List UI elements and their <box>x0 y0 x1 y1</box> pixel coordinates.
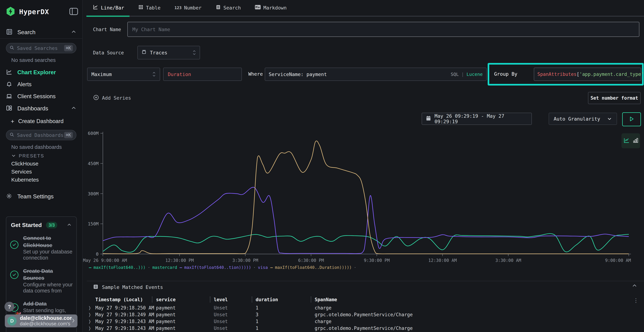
data-source-select[interactable]: Traces <box>138 46 200 60</box>
divider <box>0 38 82 39</box>
field-select[interactable]: Duration <box>163 68 242 81</box>
tab-number[interactable]: 123 Number <box>174 5 202 10</box>
cell-service: payment <box>156 326 176 331</box>
legend-item[interactable]: —maxIf(toFloat640..)))·mastercard <box>89 265 177 270</box>
dashboards-section-label: Dashboards <box>17 105 48 112</box>
events-table: Timestamp (Local)serviceleveldurationSpa… <box>83 295 644 332</box>
sidebar-item-chart-explorer[interactable]: Chart Explorer <box>6 69 56 76</box>
y-tick-label: 450M <box>88 161 98 166</box>
legend-dash-icon: — <box>180 265 182 270</box>
search-section-label: Search <box>17 29 36 36</box>
legend-item[interactable]: —maxIf(toFloat640..Duration)))))· <box>270 265 356 270</box>
sql-option[interactable]: SQL <box>450 72 459 77</box>
y-tick-label: 600M <box>88 131 98 136</box>
table-row[interactable]: 〉May 27 9:29:18.249 AMpaymentUnset3grpc.… <box>83 312 644 319</box>
date-range-picker[interactable]: May 26 09:29:19 - May 27 09:29:19 <box>422 113 532 125</box>
column-header-spanname[interactable]: SpanName <box>315 297 337 302</box>
preset-services[interactable]: Services <box>11 169 32 175</box>
preset-clickhouse[interactable]: ClickHouse <box>11 161 38 167</box>
gear-icon <box>6 193 12 200</box>
calendar-icon <box>426 116 431 122</box>
get-started-badge: 3/3 <box>46 222 57 228</box>
laptop-icon <box>6 93 12 100</box>
expand-row-icon[interactable]: 〉 <box>89 305 90 311</box>
tab-label: Number <box>184 5 202 10</box>
expand-row-icon[interactable]: 〉 <box>89 319 90 324</box>
run-query-button[interactable] <box>622 112 641 126</box>
get-started-item[interactable]: Connect to ClickHouse Set up your databa… <box>10 234 73 261</box>
cell-duration: 3 <box>256 312 258 317</box>
table-row[interactable]: 〉May 27 9:29:18.243 AMpaymentUnset1charg… <box>83 319 644 326</box>
group-by-input[interactable]: SpanAttributes['app.payment.card_type'] <box>534 68 641 81</box>
sidebar-item-client-sessions[interactable]: Client Sessions <box>6 93 56 100</box>
column-header-service[interactable]: service <box>156 297 176 302</box>
where-input[interactable]: ServiceName: payment SQL | Lucene <box>265 68 486 81</box>
table-menu-icon[interactable]: ⋮ <box>633 297 639 304</box>
presets-toggle[interactable]: PRESETS <box>11 153 44 159</box>
legend-label: maxIf(toFloat640..))) <box>94 265 146 270</box>
saved-searches-input[interactable]: Saved Searches ⌘K <box>6 43 76 53</box>
avatar-initial: D <box>10 318 14 324</box>
chart-explorer-icon <box>6 69 12 76</box>
data-source-value: Traces <box>150 50 168 56</box>
create-dashboard-button[interactable]: + Create Dashboard <box>11 118 64 124</box>
legend-item[interactable]: —maxIf(toFloat640..tion)))))·visa <box>180 265 268 270</box>
collapse-events-icon[interactable] <box>632 284 637 288</box>
column-header-duration[interactable]: duration <box>256 297 278 302</box>
granularity-select[interactable]: Auto Granularity <box>549 113 617 125</box>
cell-duration: 1 <box>256 319 258 324</box>
get-started-item[interactable]: Create Data Sources Configure where your… <box>10 268 73 294</box>
table-row[interactable]: 〉May 27 9:29:18.250 AMpaymentUnset1charg… <box>83 305 644 312</box>
chart-explorer-label: Chart Explorer <box>17 69 56 76</box>
line-chart-icon <box>93 4 98 11</box>
shortcut-badge: ⌘K <box>64 45 73 51</box>
get-started-item-desc: Set up your database connection <box>23 249 73 261</box>
aggregation-value: Maximum <box>92 72 112 77</box>
y-tick-label: 150M <box>88 221 98 226</box>
shortcut-badge: ⌘K <box>64 132 73 138</box>
cell-service: payment <box>156 305 176 310</box>
collapse-sidebar-icon[interactable] <box>69 7 78 16</box>
sidebar-section-search[interactable]: Search <box>6 28 76 36</box>
saved-dashboards-input[interactable]: Saved Dashboards ⌘K <box>6 130 76 140</box>
search-icon <box>10 132 14 138</box>
legend-separator: · <box>253 265 256 270</box>
x-tick-label: 12:30:00 AM <box>428 258 457 263</box>
chart-canvas: 600M450M300M150M0May 26 9:00:00 AM12:30:… <box>83 125 644 266</box>
column-header-timestamp-local-[interactable]: Timestamp (Local) <box>95 297 143 302</box>
timeseries-chart[interactable]: 600M450M300M150M0May 26 9:00:00 AM12:30:… <box>83 125 644 266</box>
lucene-option[interactable]: Lucene <box>466 72 483 77</box>
chevron-up-icon <box>71 106 76 110</box>
x-tick-label: 9:30:00 PM <box>364 258 390 263</box>
column-separator <box>311 296 311 302</box>
tab-table[interactable]: Table <box>138 4 160 11</box>
chart-name-input[interactable] <box>132 26 635 32</box>
tab-markdown[interactable]: Markdown <box>255 5 286 11</box>
aggregation-select[interactable]: Maximum <box>87 68 160 81</box>
tab-search[interactable]: Search <box>216 4 241 11</box>
cell-level: Unset <box>214 326 228 331</box>
sidebar-section-dashboards[interactable]: Dashboards <box>6 105 76 112</box>
chevron-up-icon[interactable] <box>67 223 72 227</box>
set-number-format-button[interactable]: Set number format <box>588 92 640 104</box>
dashboards-icon <box>6 105 12 112</box>
help-button[interactable]: ? <box>4 302 14 312</box>
user-menu[interactable]: D dale@clickhouse.com dale@clickhouse.co… <box>5 314 78 327</box>
table-row[interactable]: 〉May 27 9:29:18.243 AMpaymentUnset1grpc.… <box>83 326 644 332</box>
add-series-button[interactable]: Add Series <box>93 94 131 101</box>
tab-line-bar[interactable]: Line/Bar <box>93 4 124 11</box>
preset-kubernetes[interactable]: Kubernetes <box>11 177 39 183</box>
sidebar-item-team-settings[interactable]: Team Settings <box>6 193 54 200</box>
chart-name-field[interactable] <box>127 22 639 37</box>
column-header-level[interactable]: level <box>214 297 228 302</box>
x-tick-label: 9:00:00 AM <box>605 258 631 263</box>
expand-row-icon[interactable]: 〉 <box>89 312 90 318</box>
main-content: Line/Bar Table 123 Number Search Markdow… <box>83 0 644 332</box>
expand-row-icon[interactable]: 〉 <box>89 326 90 331</box>
get-started-item-title: Create Data Sources <box>23 268 73 282</box>
get-started-item-desc: Configure where your data comes from <box>23 282 73 294</box>
query-language-toggle[interactable]: SQL | Lucene <box>450 72 483 77</box>
brand[interactable]: HyperDX <box>6 6 49 17</box>
legend-dash-icon: — <box>270 265 273 270</box>
sidebar-item-alerts[interactable]: Alerts <box>6 81 32 88</box>
